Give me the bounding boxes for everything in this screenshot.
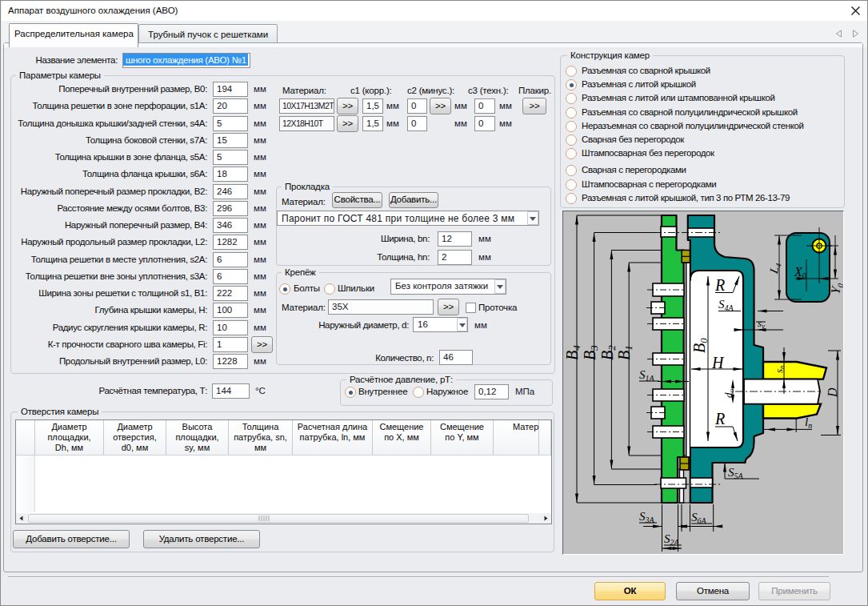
svg-text:B4: B4 xyxy=(563,345,582,360)
svg-text:S5A: S5A xyxy=(728,466,744,480)
svg-text:S3A: S3A xyxy=(639,510,655,524)
svg-text:ln: ln xyxy=(805,415,812,430)
svg-text:S1A: S1A xyxy=(639,368,655,383)
svg-text:R: R xyxy=(714,410,725,427)
svg-text:H: H xyxy=(711,354,725,371)
svg-text:sy: sy xyxy=(758,317,765,330)
svg-text:S6A: S6A xyxy=(691,511,707,525)
svg-text:B3: B3 xyxy=(581,345,600,360)
svg-text:D: D xyxy=(826,387,839,398)
svg-text:B1: B1 xyxy=(615,345,634,360)
svg-text:R: R xyxy=(714,276,725,294)
svg-text:S2A: S2A xyxy=(664,532,680,547)
svg-text:Y0: Y0 xyxy=(828,282,843,295)
svg-text:L4: L4 xyxy=(767,261,783,275)
